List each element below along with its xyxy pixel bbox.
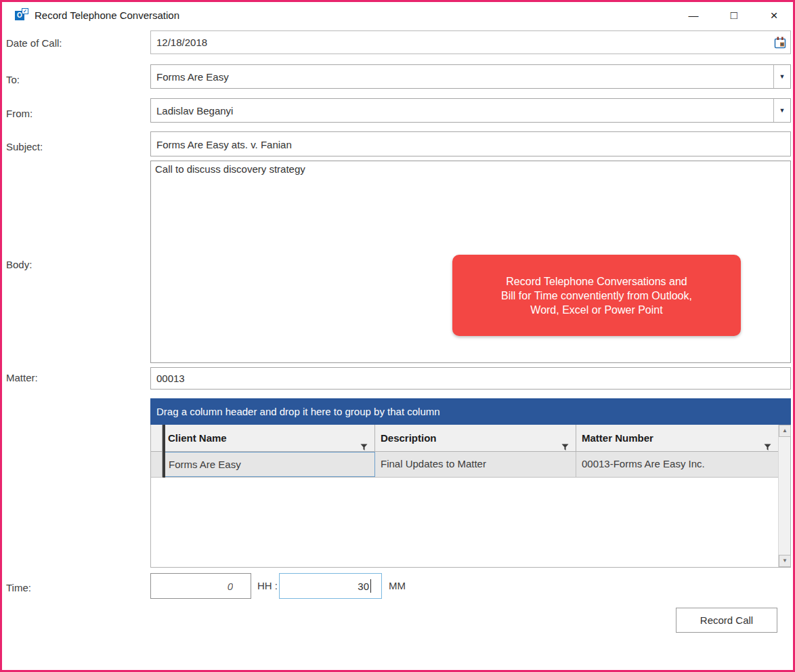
matter-input[interactable] bbox=[150, 367, 791, 390]
to-label: To: bbox=[6, 74, 20, 85]
column-header-description[interactable]: Description bbox=[375, 425, 576, 451]
column-freeze-marker bbox=[163, 425, 165, 478]
date-of-call-label: Date of Call: bbox=[6, 37, 62, 49]
matters-grid: Drag a column header and drop it here to… bbox=[150, 398, 791, 568]
cell-description[interactable]: Final Updates to Matter bbox=[375, 452, 576, 477]
subject-input[interactable] bbox=[150, 131, 791, 156]
minimize-icon[interactable]: — bbox=[679, 2, 708, 29]
text-cursor bbox=[370, 579, 371, 593]
column-header-matter-number[interactable]: Matter Number bbox=[576, 425, 778, 451]
from-combobox: ▼ bbox=[150, 98, 791, 123]
cell-client-name[interactable]: Forms Are Easy bbox=[163, 452, 375, 477]
scroll-down-icon[interactable]: ▼ bbox=[779, 555, 791, 567]
row-indicator-cell bbox=[151, 452, 163, 477]
minutes-input[interactable] bbox=[279, 573, 382, 599]
table-row[interactable]: Forms Are Easy Final Updates to Matter 0… bbox=[151, 452, 778, 478]
grid-vertical-scrollbar[interactable]: ▲ ▼ bbox=[778, 425, 790, 567]
to-input[interactable] bbox=[150, 64, 791, 89]
cell-matter-number[interactable]: 00013-Forms Are Easy Inc. bbox=[576, 452, 778, 477]
body-label: Body: bbox=[6, 259, 32, 270]
maximize-icon[interactable]: □ bbox=[719, 2, 749, 29]
to-combobox: ▼ bbox=[150, 64, 791, 89]
titlebar: O ✓ Record Telephone Conversation — □ × bbox=[2, 2, 793, 29]
subject-field bbox=[150, 131, 791, 156]
hours-input[interactable] bbox=[150, 573, 251, 599]
calendar-icon[interactable] bbox=[773, 35, 788, 50]
column-header-label: Matter Number bbox=[582, 432, 653, 444]
mm-label: MM bbox=[389, 580, 406, 591]
matter-field bbox=[150, 367, 791, 390]
group-by-drop-zone[interactable]: Drag a column header and drop it here to… bbox=[150, 398, 791, 425]
hh-separator-label: HH : bbox=[257, 580, 278, 591]
column-header-client-name[interactable]: Client Name bbox=[163, 425, 375, 451]
grid-header-row: Client Name Description Matter Number bbox=[151, 425, 778, 452]
window-title: Record Telephone Conversation bbox=[35, 9, 179, 21]
column-header-label: Client Name bbox=[168, 432, 227, 444]
row-indicator-header bbox=[151, 425, 163, 451]
date-of-call-field bbox=[150, 30, 791, 54]
time-label: Time: bbox=[6, 582, 31, 593]
outlook-icon: O ✓ bbox=[15, 8, 30, 22]
chevron-down-icon[interactable]: ▼ bbox=[773, 65, 790, 88]
callout-line: Word, Excel or Power Point bbox=[452, 303, 741, 317]
callout-line: Bill for Time conventiently from Outlook… bbox=[452, 289, 741, 303]
chevron-down-icon[interactable]: ▼ bbox=[773, 99, 790, 122]
from-input[interactable] bbox=[150, 98, 791, 123]
column-header-label: Description bbox=[381, 432, 437, 444]
close-icon[interactable]: × bbox=[759, 2, 789, 29]
record-call-button[interactable]: Record Call bbox=[676, 608, 777, 633]
outlook-envelope-check: ✓ bbox=[22, 8, 28, 14]
minutes-field bbox=[279, 573, 382, 599]
from-label: From: bbox=[6, 108, 33, 119]
scroll-up-icon[interactable]: ▲ bbox=[779, 425, 791, 437]
callout-line: Record Telephone Conversations and bbox=[452, 274, 741, 289]
record-telephone-conversation-dialog: O ✓ Record Telephone Conversation — □ × … bbox=[0, 0, 795, 672]
subject-label: Subject: bbox=[6, 141, 43, 152]
hours-field bbox=[150, 573, 251, 599]
date-of-call-input[interactable] bbox=[150, 30, 791, 54]
feature-callout: Record Telephone Conversations and Bill … bbox=[452, 255, 741, 336]
matter-label: Matter: bbox=[6, 372, 38, 383]
